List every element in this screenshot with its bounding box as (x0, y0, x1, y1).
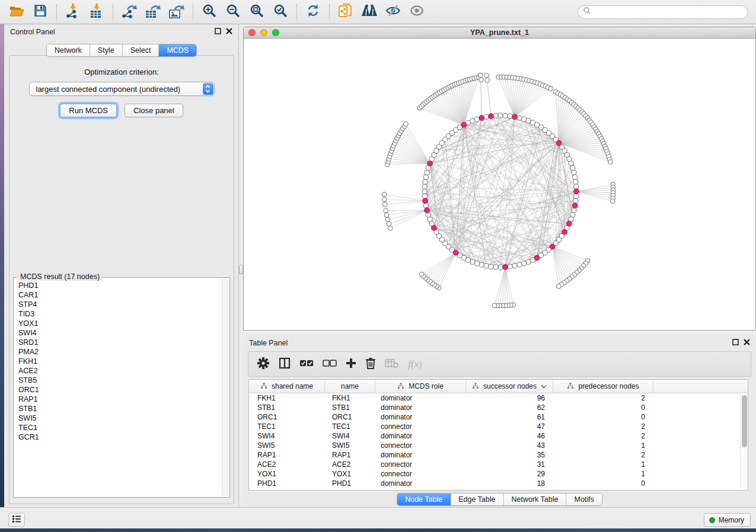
cell-successor-nodes[interactable]: 29 (466, 470, 553, 478)
mcds-result-item[interactable]: STB1 (18, 404, 219, 414)
cell-predecessor-nodes[interactable]: 0 (553, 479, 653, 488)
import-table-button[interactable] (85, 2, 109, 22)
table-row[interactable]: TEC1 TEC1 connector 47 2 (249, 422, 748, 431)
cell-mcds-role[interactable]: dominator (375, 479, 466, 488)
cell-name[interactable]: ORC1 (325, 413, 375, 421)
table-scrollbar-thumb[interactable] (742, 395, 747, 447)
column-header-mcds-role[interactable]: MCDS role (375, 380, 466, 393)
deselect-all-button[interactable] (323, 359, 337, 370)
export-table-button[interactable] (141, 2, 165, 22)
zoom-selected-button[interactable] (269, 2, 292, 22)
cell-predecessor-nodes[interactable]: 2 (553, 451, 653, 459)
table-scrollbar[interactable] (740, 394, 748, 489)
add-column-button[interactable] (346, 358, 356, 371)
cell-successor-nodes[interactable]: 62 (466, 403, 553, 412)
cell-predecessor-nodes[interactable]: 2 (553, 422, 653, 431)
cell-shared-name[interactable]: FKH1 (249, 394, 325, 402)
column-header-predecessor-nodes[interactable]: predecessor nodes (553, 380, 653, 393)
cell-successor-nodes[interactable]: 47 (466, 422, 553, 431)
mcds-result-item[interactable]: SWI4 (18, 328, 219, 338)
show-graphics-details-button[interactable] (405, 2, 429, 22)
open-file-button[interactable] (5, 2, 28, 22)
vertical-splitter[interactable] (239, 24, 243, 507)
import-network-button[interactable] (61, 2, 85, 22)
table-row[interactable]: FKH1 FKH1 dominator 96 2 (249, 393, 748, 403)
cell-name[interactable]: SWI4 (325, 432, 375, 440)
cell-predecessor-nodes[interactable]: 0 (553, 403, 653, 412)
table-row[interactable]: STB1 STB1 dominator 62 0 (249, 403, 748, 412)
tab-node-table[interactable]: Node Table (397, 493, 451, 505)
mcds-result-item[interactable]: GCR1 (18, 432, 219, 442)
table-row[interactable]: RAP1 RAP1 dominator 35 2 (249, 450, 748, 460)
overview-button[interactable] (358, 2, 381, 22)
cell-predecessor-nodes[interactable]: 1 (553, 470, 653, 478)
network-canvas[interactable] (244, 39, 756, 331)
tab-motifs[interactable]: Motifs (566, 493, 601, 505)
cell-mcds-role[interactable]: connector (375, 441, 466, 450)
mcds-result-item[interactable]: ORC1 (18, 385, 219, 395)
cell-mcds-role[interactable]: connector (375, 460, 466, 469)
float-panel-icon[interactable] (215, 28, 221, 36)
table-row[interactable]: SWI5 SWI5 connector 43 1 (249, 441, 748, 450)
cell-successor-nodes[interactable]: 96 (466, 394, 553, 402)
export-network-button[interactable] (117, 2, 141, 22)
cell-name[interactable]: FKH1 (325, 394, 375, 402)
cell-shared-name[interactable]: ORC1 (249, 413, 325, 421)
task-history-button[interactable] (8, 513, 25, 527)
cell-mcds-role[interactable]: dominator (375, 413, 466, 421)
show-column-panel-button[interactable] (279, 357, 291, 371)
close-panel-icon[interactable] (226, 28, 232, 36)
run-mcds-button[interactable]: Run MCDS (60, 104, 117, 117)
cell-predecessor-nodes[interactable]: 2 (553, 394, 653, 402)
mcds-result-item[interactable]: YOX1 (18, 319, 219, 328)
table-settings-button[interactable] (257, 357, 270, 372)
cell-shared-name[interactable]: YOX1 (249, 470, 325, 478)
cell-name[interactable]: STB1 (325, 403, 375, 412)
cell-predecessor-nodes[interactable]: 1 (553, 441, 653, 450)
column-header-shared-name[interactable]: shared name (249, 380, 325, 393)
cell-successor-nodes[interactable]: 46 (466, 432, 553, 440)
table-row[interactable]: YOX1 YOX1 connector 29 1 (249, 469, 748, 479)
table-row[interactable]: ACE2 ACE2 connector 31 1 (249, 460, 748, 469)
cell-shared-name[interactable]: SWI4 (249, 432, 325, 440)
mcds-result-item[interactable]: STP4 (18, 300, 219, 309)
search-field[interactable] (578, 5, 748, 19)
cell-successor-nodes[interactable]: 35 (466, 451, 553, 459)
refresh-layout-button[interactable] (301, 2, 325, 22)
mcds-result-item[interactable]: PMA2 (18, 347, 219, 357)
result-list-scrollbar[interactable] (222, 279, 228, 496)
cell-predecessor-nodes[interactable]: 2 (553, 432, 653, 440)
cell-name[interactable]: TEC1 (325, 422, 375, 431)
mcds-result-item[interactable]: TEC1 (18, 423, 219, 432)
cell-shared-name[interactable]: RAP1 (249, 451, 325, 459)
mcds-result-item[interactable]: STB5 (18, 376, 219, 385)
tab-select[interactable]: Select (123, 44, 160, 56)
close-panel-icon[interactable] (744, 339, 750, 347)
float-panel-icon[interactable] (732, 339, 739, 347)
tab-network[interactable]: Network (47, 44, 90, 56)
table-row[interactable]: ORC1 ORC1 dominator 61 0 (249, 412, 748, 422)
cell-shared-name[interactable]: PHD1 (249, 479, 325, 488)
tab-edge-table[interactable]: Edge Table (451, 493, 503, 505)
mcds-result-item[interactable]: FKH1 (18, 357, 219, 366)
cell-successor-nodes[interactable]: 61 (466, 413, 553, 421)
optimization-criterion-dropdown[interactable]: largest connected component (undirected) (29, 82, 215, 96)
cell-shared-name[interactable]: ACE2 (249, 460, 325, 469)
close-panel-button[interactable]: Close panel (125, 104, 183, 117)
export-image-button[interactable] (165, 2, 189, 22)
cell-name[interactable]: SWI5 (325, 441, 375, 450)
zoom-out-button[interactable] (221, 2, 245, 22)
cell-predecessor-nodes[interactable]: 0 (553, 413, 653, 421)
zoom-fit-button[interactable] (245, 2, 269, 22)
cell-mcds-role[interactable]: dominator (375, 403, 466, 412)
cell-mcds-role[interactable]: connector (375, 470, 466, 478)
save-session-button[interactable] (28, 2, 52, 22)
cell-successor-nodes[interactable]: 31 (466, 460, 553, 469)
cell-mcds-role[interactable]: dominator (375, 451, 466, 459)
cell-mcds-role[interactable]: connector (375, 422, 466, 431)
cell-shared-name[interactable]: STB1 (249, 403, 325, 412)
tab-network-table[interactable]: Network Table (504, 493, 567, 505)
cell-mcds-role[interactable]: dominator (375, 394, 466, 402)
mcds-result-item[interactable]: TID3 (18, 309, 219, 319)
mcds-result-item[interactable]: SRD1 (18, 338, 219, 347)
